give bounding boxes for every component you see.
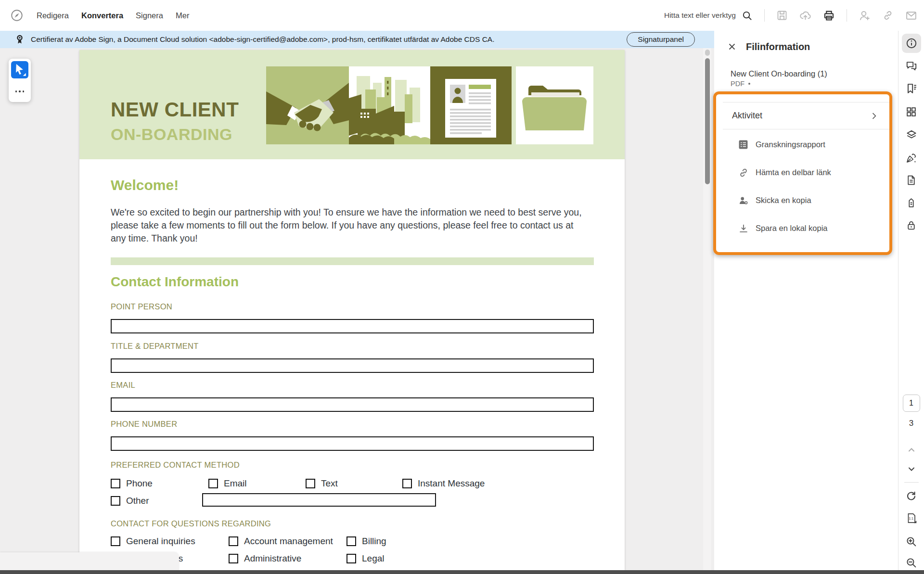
checkbox-billing[interactable]	[346, 536, 356, 546]
menu-item-redigera[interactable]: Redigera	[37, 11, 69, 20]
checkbox-instant-message[interactable]	[402, 479, 412, 488]
rotate-refresh-icon[interactable]	[903, 489, 920, 503]
field-input-phone-number[interactable]	[111, 436, 594, 451]
attachments-icon[interactable]	[902, 170, 921, 190]
cloud-upload-icon[interactable]	[799, 10, 811, 22]
save-icon[interactable]	[776, 10, 788, 21]
share-link-icon	[738, 167, 749, 178]
checkbox-option: General inquiries	[111, 536, 229, 547]
field-label-point-person: POINT PERSON	[111, 302, 172, 311]
contact-information-heading: Contact Information	[111, 274, 239, 290]
preferred-contact-heading: PREFERRED CONTACT METHOD	[111, 460, 240, 470]
document-header-banner: NEW CLIENT ON-BOARDING	[79, 50, 625, 159]
current-page-input[interactable]: 1	[903, 395, 920, 412]
checkbox-account-management[interactable]	[229, 536, 238, 546]
field-label-title-department: TITLE & DEPARTMENT	[111, 342, 199, 351]
toolbar-actions: Hitta text eller verktyg	[664, 0, 917, 31]
file-information-panel: Filinformation New Client On-boarding (1…	[714, 31, 898, 570]
scrollbar-thumb[interactable]	[705, 58, 710, 184]
document-title-line2: ON-BOARDING	[111, 125, 232, 144]
menu-item-mer[interactable]: Mer	[176, 11, 189, 20]
mail-icon[interactable]	[905, 10, 917, 22]
svg-text:1:1: 1:1	[909, 517, 913, 520]
previous-page-icon[interactable]	[903, 443, 920, 457]
checkbox-other[interactable]	[111, 496, 120, 506]
activity-row[interactable]: Aktivitet	[714, 102, 898, 129]
security-lock-icon[interactable]	[902, 216, 921, 235]
action-hamta-delbar-lank[interactable]: Hämta en delbar länk	[714, 159, 898, 187]
link-icon[interactable]	[882, 10, 894, 21]
more-tools-button[interactable]	[9, 86, 31, 97]
checkbox-option: Phone	[111, 478, 208, 489]
menu-item-konvertera[interactable]: Konvertera	[81, 11, 123, 20]
certificate-badge-icon	[14, 34, 25, 45]
next-page-icon[interactable]	[903, 462, 920, 476]
chevron-right-icon	[869, 111, 879, 121]
signature-pen-icon[interactable]	[902, 148, 921, 167]
panel-title: Filinformation	[746, 41, 810, 52]
comments-icon[interactable]	[902, 56, 921, 76]
panel-divider	[723, 129, 890, 129]
toolbar-divider	[764, 9, 765, 22]
section-divider-bar	[111, 257, 594, 265]
checkbox-general-inquiries[interactable]	[111, 536, 120, 546]
field-input-title-department[interactable]	[111, 358, 594, 373]
rail-divider	[904, 482, 919, 483]
checkbox-option: Text	[306, 478, 402, 489]
top-toolbar: Redigera Konvertera Signera Mer Hitta te…	[0, 0, 924, 31]
quick-tools-card	[9, 59, 31, 102]
action-granskningsrapport[interactable]: Granskningsrapport	[714, 131, 898, 159]
actual-size-icon[interactable]: 1:1	[903, 511, 920, 525]
checkbox-option: Instant Message	[402, 478, 485, 489]
certificate-banner: Certifierat av Adobe Sign, a Document Cl…	[0, 31, 714, 48]
zoom-out-icon[interactable]	[903, 555, 920, 570]
pdf-page: NEW CLIENT ON-BOARDING	[79, 50, 625, 570]
tools-rail: 1 3 1:1	[898, 31, 924, 570]
file-meta: PDF	[731, 80, 750, 88]
action-spara-lokal-kopia[interactable]: Spara en lokal kopia	[714, 215, 898, 242]
preferred-contact-options: Phone Email Text Instant Message	[111, 478, 485, 489]
bookmarks-icon[interactable]	[902, 79, 921, 98]
city-skyline-illustration	[349, 66, 430, 144]
menu-item-signera[interactable]: Signera	[136, 11, 163, 20]
action-skicka-en-kopia[interactable]: Skicka en kopia	[714, 187, 898, 215]
checkbox-legal[interactable]	[346, 554, 356, 563]
meta-separator-dot	[748, 83, 750, 85]
header-illustrations	[266, 66, 593, 144]
checkbox-text[interactable]	[306, 479, 315, 488]
window-bottom-edge	[0, 570, 924, 574]
checkbox-administrative[interactable]	[229, 554, 238, 563]
total-pages-label: 3	[909, 419, 913, 428]
tags-icon[interactable]	[902, 193, 921, 212]
checkbox-option: Other	[111, 496, 149, 506]
search-icon[interactable]	[742, 10, 753, 21]
search-control[interactable]: Hitta text eller verktyg	[664, 10, 753, 21]
zoom-in-icon[interactable]	[903, 534, 920, 548]
field-label-email: EMAIL	[111, 381, 135, 390]
status-popup	[0, 552, 179, 570]
layers-icon[interactable]	[902, 125, 921, 144]
signature-panel-button[interactable]: Signaturpanel	[627, 32, 695, 47]
document-title-line1: NEW CLIENT	[111, 98, 239, 121]
file-info-icon[interactable]	[902, 34, 921, 53]
add-user-icon[interactable]	[859, 10, 871, 22]
checkbox-email[interactable]	[208, 479, 218, 488]
field-input-other[interactable]	[202, 493, 436, 507]
acrobat-menu-icon[interactable]	[10, 8, 24, 23]
folder-illustration	[516, 66, 593, 144]
field-input-point-person[interactable]	[111, 319, 594, 333]
page-thumbnails-icon[interactable]	[902, 102, 921, 121]
checkbox-option: Account management	[229, 536, 346, 547]
field-label-phone-number: PHONE NUMBER	[111, 420, 177, 429]
checkbox-option: Administrative	[229, 553, 346, 564]
resume-document-illustration	[430, 66, 512, 144]
close-icon[interactable]	[727, 41, 738, 53]
file-type: PDF	[731, 80, 744, 88]
checkbox-option: Email	[208, 478, 306, 489]
print-icon[interactable]	[823, 10, 835, 22]
download-icon	[738, 223, 749, 234]
toolbar-divider	[847, 9, 847, 22]
checkbox-phone[interactable]	[111, 479, 120, 488]
select-tool-button[interactable]	[11, 61, 28, 78]
field-input-email[interactable]	[111, 397, 594, 412]
